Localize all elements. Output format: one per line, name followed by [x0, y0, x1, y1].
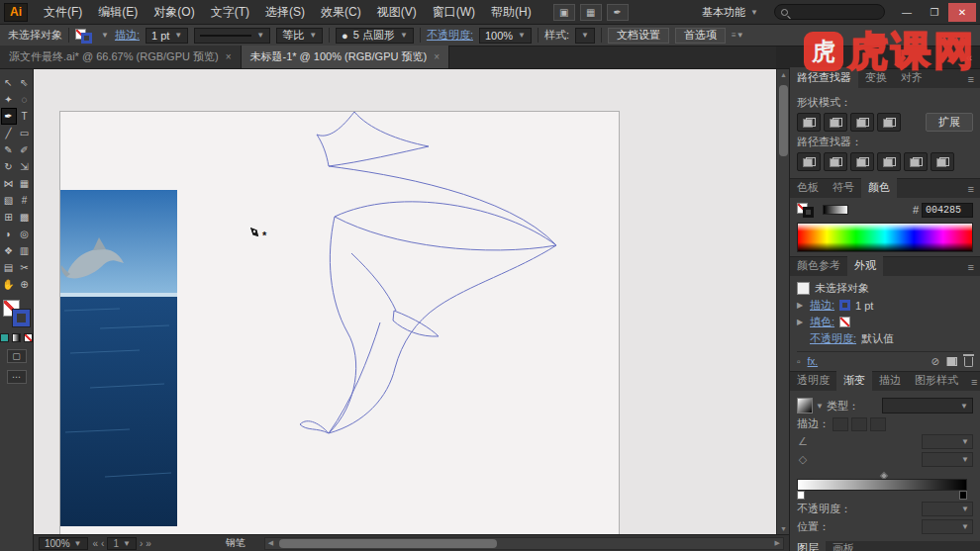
menu-type[interactable]: 文字(T): [203, 1, 257, 24]
color-spectrum[interactable]: [797, 223, 973, 252]
selection-tool[interactable]: ↖: [1, 74, 17, 91]
opacity-panel-link[interactable]: 不透明度:: [427, 28, 473, 43]
scroll-up-icon[interactable]: ▲: [777, 69, 789, 80]
search-box[interactable]: [774, 4, 885, 20]
type-tool[interactable]: T: [17, 108, 33, 125]
panel-menu-icon[interactable]: ≡: [965, 373, 980, 391]
zoom-combo[interactable]: 100% ▼: [39, 537, 88, 550]
brush-tools-icon[interactable]: ✒: [607, 4, 629, 21]
opacity-combo[interactable]: 100% ▼: [479, 28, 532, 44]
workspace-switcher[interactable]: 基本功能 ▼: [694, 3, 766, 22]
stroke-along-icon[interactable]: [851, 417, 867, 431]
exclude-button[interactable]: [877, 113, 901, 132]
menu-file[interactable]: 文件(F): [36, 1, 90, 24]
screen-mode-button[interactable]: ⋯: [7, 370, 27, 384]
gradient-ramp[interactable]: [797, 479, 967, 491]
control-bar-menu-icon[interactable]: ≡▼: [732, 31, 744, 40]
intersect-button[interactable]: [850, 113, 874, 132]
dolphin-path-drawing[interactable]: [232, 87, 573, 448]
tab-layers[interactable]: 图层: [790, 538, 826, 551]
paintbrush-tool[interactable]: ✎: [1, 141, 17, 158]
scroll-right-icon[interactable]: ▶: [775, 539, 780, 547]
vertical-scroll-thumb[interactable]: [779, 85, 788, 156]
panel-menu-icon[interactable]: ≡: [962, 258, 980, 276]
clear-appearance-icon[interactable]: ⊘: [931, 356, 939, 367]
chevron-down-icon[interactable]: ▼: [101, 31, 109, 40]
document-setup-button[interactable]: 文档设置: [608, 28, 669, 44]
gradient-opacity-field[interactable]: ▼: [922, 502, 973, 516]
minus-front-button[interactable]: [824, 113, 847, 132]
tab-graphic-styles[interactable]: 图形样式: [908, 370, 965, 391]
scale-tool[interactable]: ⇲: [17, 158, 33, 175]
rectangle-tool[interactable]: ▭: [17, 125, 33, 141]
appearance-opacity-link[interactable]: 不透明度:: [810, 331, 856, 346]
tab-artboards[interactable]: 画板: [826, 538, 861, 551]
crop-button[interactable]: [877, 152, 901, 171]
appearance-fill-link[interactable]: 填色:: [810, 315, 834, 329]
tab-appearance[interactable]: 外观: [847, 255, 883, 276]
close-tab-icon[interactable]: ×: [226, 51, 232, 62]
unite-button[interactable]: [797, 113, 821, 132]
stroke-within-icon[interactable]: [833, 417, 848, 431]
stroke-weight-combo[interactable]: 1 pt ▼: [146, 28, 188, 44]
shape-builder-tool[interactable]: ▧: [1, 192, 17, 209]
arrange-documents-icon[interactable]: ▦: [580, 4, 602, 21]
tab-color-guide[interactable]: 颜色参考: [790, 255, 847, 276]
outline-button[interactable]: [904, 152, 928, 171]
vertical-scrollbar[interactable]: ▲ ▼: [776, 69, 789, 534]
tab-color[interactable]: 颜色: [861, 177, 897, 198]
hex-value-input[interactable]: [922, 203, 973, 218]
eyedropper-tool[interactable]: ◗: [1, 226, 17, 242]
first-artboard-icon[interactable]: «: [93, 538, 99, 549]
menu-select[interactable]: 选择(S): [257, 1, 313, 24]
maximize-button[interactable]: ❐: [921, 3, 948, 22]
rotate-tool[interactable]: ↻: [1, 158, 17, 175]
tab-stroke[interactable]: 描边: [872, 370, 908, 391]
expand-button[interactable]: 扩展: [926, 113, 973, 132]
pen-tool[interactable]: ✒: [1, 108, 17, 125]
canvas[interactable]: * ▲ ▼: [34, 69, 789, 534]
gradient-tool[interactable]: ▩: [17, 209, 33, 226]
angle-field[interactable]: ▼: [922, 434, 973, 449]
prev-artboard-icon[interactable]: ‹: [101, 538, 104, 549]
width-profile-combo[interactable]: 等比 ▼: [276, 28, 323, 44]
gradient-thumbnail[interactable]: [797, 398, 813, 413]
color-fill-stroke-indicator[interactable]: [797, 202, 817, 218]
aspect-ratio-field[interactable]: ▼: [922, 452, 973, 467]
gradient-stop-left[interactable]: [797, 491, 805, 500]
slice-tool[interactable]: ✂: [17, 259, 33, 276]
gradient-button[interactable]: [12, 333, 21, 342]
tab-align[interactable]: 对齐: [894, 67, 930, 88]
stroke-panel-link[interactable]: 描边:: [115, 28, 140, 43]
grayscale-ramp[interactable]: [823, 205, 848, 215]
tab-transform[interactable]: 变换: [858, 67, 894, 88]
merge-button[interactable]: [850, 152, 874, 171]
fill-color-swatch[interactable]: [839, 317, 850, 327]
appearance-opacity-row[interactable]: 不透明度: 默认值: [797, 330, 973, 347]
mesh-tool[interactable]: ⊞: [1, 209, 17, 226]
scroll-down-icon[interactable]: ▼: [777, 523, 789, 534]
tab-swatches[interactable]: 色板: [790, 177, 826, 198]
chevron-right-icon[interactable]: ▶: [797, 318, 805, 326]
menu-view[interactable]: 视图(V): [369, 1, 425, 24]
artboard-number-combo[interactable]: 1 ▼: [107, 537, 136, 550]
column-graph-tool[interactable]: ▥: [17, 242, 33, 259]
style-combo[interactable]: ▼: [575, 28, 595, 44]
last-artboard-icon[interactable]: »: [146, 538, 151, 549]
none-button[interactable]: [24, 333, 33, 342]
close-button[interactable]: ✕: [948, 3, 976, 22]
scroll-left-icon[interactable]: ◀: [268, 539, 273, 547]
drawing-mode-button[interactable]: ▢: [7, 349, 27, 363]
tab-transparency[interactable]: 透明度: [790, 370, 836, 391]
perspective-grid-tool[interactable]: #: [17, 192, 33, 209]
gradient-location-field[interactable]: ▼: [922, 519, 973, 534]
horizontal-scrollbar[interactable]: ◀ ▶: [264, 537, 784, 550]
appearance-stroke-row[interactable]: ▶ 描边: 1 pt: [797, 297, 973, 314]
line-segment-tool[interactable]: ╱: [1, 125, 17, 141]
magic-wand-tool[interactable]: ✦: [1, 91, 17, 108]
preferences-button[interactable]: 首选项: [675, 28, 726, 44]
menu-edit[interactable]: 编辑(E): [90, 1, 146, 24]
gradient-stop-right[interactable]: [959, 491, 967, 500]
horizontal-scroll-thumb[interactable]: [279, 539, 497, 548]
tab-pathfinder[interactable]: 路径查找器: [790, 67, 858, 88]
